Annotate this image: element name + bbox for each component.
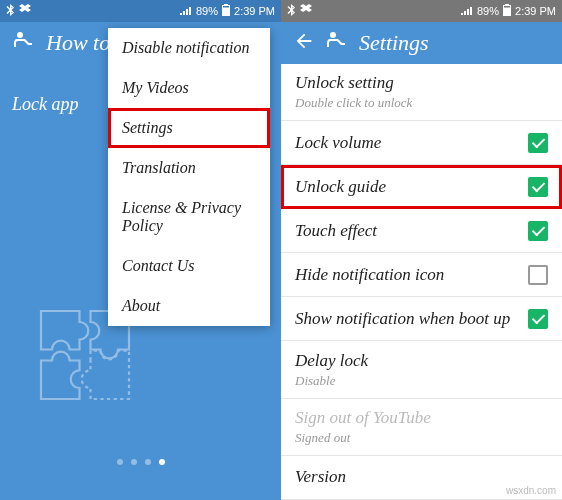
page-dot[interactable]: [131, 459, 137, 465]
checkbox[interactable]: [528, 177, 548, 197]
status-bar: 89% 2:39 PM: [281, 0, 562, 22]
setting-title: Show notification when boot up: [295, 309, 510, 329]
right-phone-screen: 89% 2:39 PM Settings Unlock settingDoubl…: [281, 0, 562, 500]
dropbox-icon: [19, 4, 31, 18]
battery-icon: [503, 4, 511, 18]
back-icon[interactable]: [293, 30, 315, 56]
setting-row-unlock-setting[interactable]: Unlock settingDouble click to unlock: [281, 64, 562, 121]
left-phone-screen: 89% 2:39 PM How to use Lock app: [0, 0, 281, 500]
checkbox[interactable]: [528, 309, 548, 329]
checkbox[interactable]: [528, 221, 548, 241]
setting-row-hide-notification-icon[interactable]: Hide notification icon: [281, 253, 562, 297]
setting-row-unlock-guide[interactable]: Unlock guide: [281, 165, 562, 209]
menu-item-about[interactable]: About: [108, 286, 270, 326]
setting-row-delay-lock[interactable]: Delay lockDisable: [281, 341, 562, 398]
menu-item-license-privacy-policy[interactable]: License & Privacy Policy: [108, 188, 270, 246]
app-logo-icon: [325, 29, 349, 57]
menu-item-settings[interactable]: Settings: [108, 108, 270, 148]
dropbox-icon: [300, 4, 312, 18]
setting-subtitle: Double click to unlock: [295, 95, 412, 111]
menu-item-my-videos[interactable]: My Videos: [108, 68, 270, 108]
page-dot[interactable]: [159, 459, 165, 465]
page-dot[interactable]: [117, 459, 123, 465]
setting-title: Touch effect: [295, 221, 377, 241]
svg-point-7: [330, 32, 336, 38]
setting-title: Hide notification icon: [295, 265, 444, 285]
battery-text: 89%: [196, 5, 218, 17]
status-bar: 89% 2:39 PM: [0, 0, 281, 22]
lock-app-label: Lock app: [12, 94, 79, 115]
setting-title: Version: [295, 467, 346, 487]
page-dot[interactable]: [145, 459, 151, 465]
setting-row-lock-volume[interactable]: Lock volume: [281, 121, 562, 165]
setting-title: Unlock guide: [295, 177, 386, 197]
bluetooth-icon: [287, 4, 297, 18]
clock-text: 2:39 PM: [234, 5, 275, 17]
svg-rect-6: [504, 6, 510, 8]
setting-row-show-notification-when-boot-up[interactable]: Show notification when boot up: [281, 297, 562, 341]
battery-text: 89%: [477, 5, 499, 17]
setting-subtitle: Signed out: [295, 430, 431, 446]
setting-row-touch-effect[interactable]: Touch effect: [281, 209, 562, 253]
signal-icon: [180, 5, 192, 17]
signal-icon: [461, 5, 473, 17]
app-bar-title: Settings: [359, 30, 429, 56]
setting-title: Delay lock: [295, 351, 368, 371]
settings-list: Unlock settingDouble click to unlockLock…: [281, 64, 562, 500]
setting-title: Unlock setting: [295, 73, 412, 93]
checkbox[interactable]: [528, 265, 548, 285]
app-bar: Settings: [281, 22, 562, 64]
setting-row-sign-out-of-youtube[interactable]: Sign out of YouTubeSigned out: [281, 399, 562, 456]
bluetooth-icon: [6, 4, 16, 18]
clock-text: 2:39 PM: [515, 5, 556, 17]
svg-rect-5: [505, 4, 509, 5]
setting-title: Sign out of YouTube: [295, 408, 431, 428]
menu-item-disable-notification[interactable]: Disable notification: [108, 28, 270, 68]
svg-rect-1: [224, 4, 228, 5]
watermark: wsxdn.com: [506, 485, 556, 496]
battery-icon: [222, 4, 230, 18]
setting-title: Lock volume: [295, 133, 381, 153]
svg-point-3: [17, 32, 23, 38]
menu-item-translation[interactable]: Translation: [108, 148, 270, 188]
svg-rect-2: [223, 6, 229, 8]
page-indicator: [117, 459, 165, 465]
overflow-menu: Disable notificationMy VideosSettingsTra…: [108, 28, 270, 326]
checkbox[interactable]: [528, 133, 548, 153]
setting-subtitle: Disable: [295, 373, 368, 389]
app-logo-icon: [12, 29, 36, 57]
menu-item-contact-us[interactable]: Contact Us: [108, 246, 270, 286]
